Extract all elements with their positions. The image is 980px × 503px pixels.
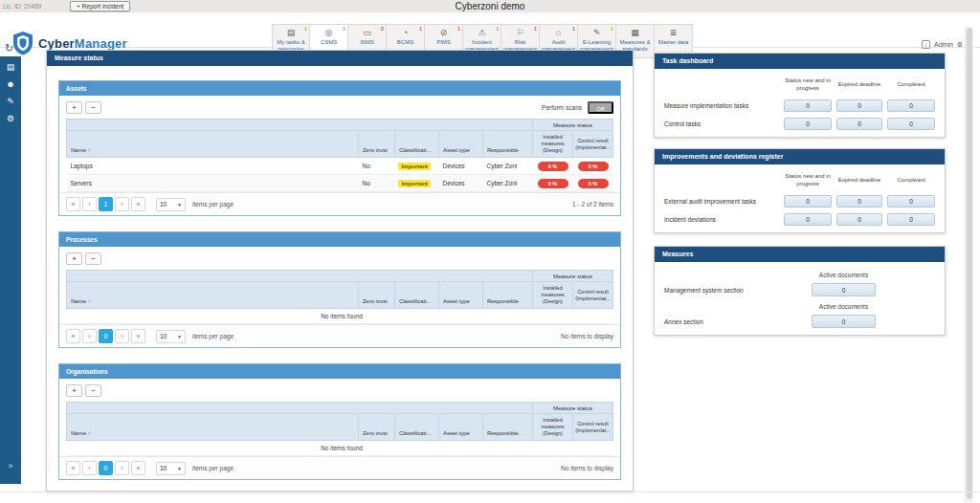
measure-status-panel: Measure status Assets + − Perform scans … [46,50,634,492]
control-result-badge[interactable]: 0 % [578,179,609,188]
count-button[interactable]: 0 [784,99,832,112]
col-classification[interactable]: Classificati... [394,282,438,309]
col-asset-type[interactable]: Asset type [438,414,482,441]
remove-button[interactable]: − [85,101,101,114]
col-name[interactable]: Name ↑ [67,131,359,158]
col-classification[interactable]: Classificati... [394,414,438,441]
count-button[interactable]: 0 [812,283,876,296]
tab-badge: 1 [611,26,613,32]
add-button[interactable]: + [66,252,82,265]
table-row[interactable]: Laptops No Important Devices Cyber Zoni … [67,158,613,175]
scans-toggle[interactable]: Off [588,101,613,114]
installed-measures-badge[interactable]: 0 % [538,162,568,171]
next-page-button[interactable]: › [115,197,129,211]
next-page-button[interactable]: › [115,461,129,475]
count-button[interactable]: 0 [887,99,935,112]
col-control-result[interactable]: Control result (Implementat... [573,282,613,309]
left-sidebar: ▤ ☻ ✎ ⚙ » [0,56,21,484]
prev-page-button[interactable]: ‹ [82,329,97,343]
col-zero-trust[interactable]: Zero trust [358,282,394,309]
remove-button[interactable]: − [85,384,101,397]
processes-header: Processes [59,232,620,247]
current-page-button[interactable]: 0 [99,461,113,475]
first-page-button[interactable]: « [66,329,80,343]
tab-badge: 1 [304,26,307,32]
col-installed-measures[interactable]: Installed measures (Design) [533,131,573,158]
sidebar-expand-icon[interactable]: » [0,461,21,470]
page-title: Cyberzoni demo [0,1,980,11]
col-status-new: Status new and in progress [784,75,832,97]
col-control-result[interactable]: Control result (Implementat... [573,414,613,441]
count-button[interactable]: 0 [784,213,832,226]
prev-page-button[interactable]: ‹ [82,197,97,211]
col-asset-type[interactable]: Asset type [438,131,482,158]
page-size-select[interactable]: 10 ▼ [156,462,186,475]
count-button[interactable]: 0 [784,118,832,130]
count-button[interactable]: 0 [836,118,882,130]
vertical-scrollbar[interactable] [965,27,973,502]
table-row[interactable]: Servers No Important Devices Cyber Zoni … [67,175,613,192]
current-page-button[interactable]: 1 [99,197,113,211]
count-button[interactable]: 0 [836,99,882,112]
col-name[interactable]: Name ↑ [67,414,359,441]
last-page-button[interactable]: » [131,329,145,343]
last-page-button[interactable]: » [131,461,145,475]
assets-table: Measure status Name ↑ Zero trust Classif… [66,119,613,192]
count-button[interactable]: 0 [887,213,935,226]
col-zero-trust[interactable]: Zero trust [358,414,394,441]
count-button[interactable]: 0 [812,315,876,328]
bcms-icon: ◔ [403,28,408,38]
gear-icon[interactable]: ⚙ [0,114,21,123]
first-page-button[interactable]: « [66,461,80,475]
col-status-new: Status new and in progress [784,170,832,192]
installed-measures-badge[interactable]: 0 % [538,179,568,188]
control-result-badge[interactable]: 0 % [578,162,609,171]
col-responsible[interactable]: Responsible [482,131,532,158]
add-button[interactable]: + [66,101,82,114]
info-icon[interactable]: i [922,40,930,49]
col-expired-deadline: Expired deadline [836,78,882,94]
col-expired-deadline: Expired deadline [836,174,882,189]
scrollbar-thumb[interactable] [967,28,972,499]
count-button[interactable]: 0 [836,213,882,226]
col-classification[interactable]: Classificati... [394,131,438,158]
warning-icon: ⚠ [478,28,485,38]
last-page-button[interactable]: » [131,197,145,211]
processes-table: Measure status Name ↑ Zero trust Classif… [66,270,613,324]
items-per-page-label: items per page [192,465,234,471]
pagination-summary: No items to display [561,465,613,471]
admin-menu[interactable]: Admin [934,41,953,48]
active-documents-label: Active documents [798,268,889,280]
remove-button[interactable]: − [85,252,101,265]
tab-badge: 1 [343,26,345,32]
document-edit-icon[interactable]: ✎ [0,97,21,106]
prev-page-button[interactable]: ‹ [82,461,97,475]
add-button[interactable]: + [66,384,82,397]
refresh-icon[interactable]: ↻ [5,42,13,55]
page-size-select[interactable]: 10 ▼ [156,330,186,343]
processes-toolbar: + − [59,247,620,270]
tasks-icon: ▤ [287,28,296,38]
col-name[interactable]: Name ↑ [67,282,359,309]
document-check-icon[interactable]: ▤ [0,62,21,72]
col-responsible[interactable]: Responsible [482,414,532,441]
organisations-toolbar: + − [59,379,620,402]
col-responsible[interactable]: Responsible [482,282,532,309]
col-zero-trust[interactable]: Zero trust [358,131,394,158]
count-button[interactable]: 0 [887,195,935,208]
col-installed-measures[interactable]: Installed measures (Design) [533,414,573,441]
next-page-button[interactable]: › [115,329,129,343]
page-size-select[interactable]: 10 ▼ [156,198,186,211]
users-icon[interactable]: ☻ [0,79,21,89]
count-button[interactable]: 0 [887,118,935,130]
col-installed-measures[interactable]: Installed measures (Design) [533,282,573,309]
first-page-button[interactable]: « [66,197,80,211]
count-button[interactable]: 0 [784,195,832,208]
col-asset-type[interactable]: Asset type [438,282,482,309]
current-page-button[interactable]: 0 [99,329,113,343]
count-button[interactable]: 0 [836,195,882,208]
admin-gear-icon[interactable]: ⚙ [957,41,963,49]
col-control-result[interactable]: Control result (Implementat... [573,131,613,158]
measures-panel: Measures Active documents Management sys… [654,246,946,336]
measure-status-group-header: Measure status [533,271,613,282]
